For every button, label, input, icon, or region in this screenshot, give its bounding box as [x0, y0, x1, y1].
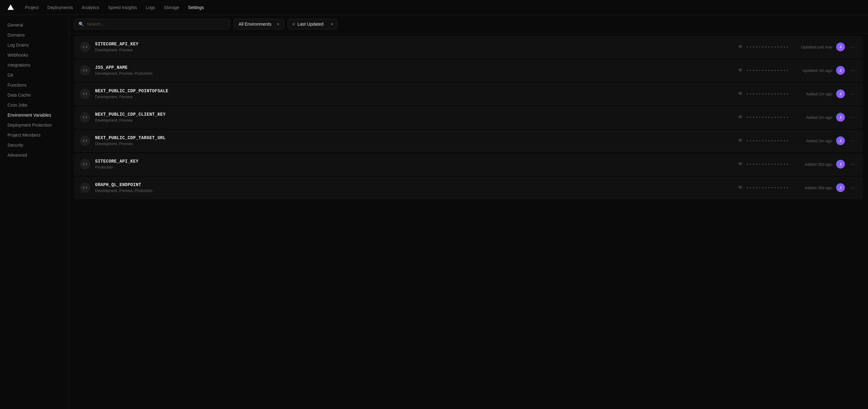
env-var-masked-value: ••••••••••••••: [746, 92, 789, 96]
sidebar-item-advanced[interactable]: Advanced: [0, 150, 68, 160]
more-options-icon[interactable]: ⋯: [848, 183, 857, 192]
code-icon: [80, 183, 90, 193]
search-input[interactable]: [87, 22, 225, 27]
env-var-tags: Development, Preview: [95, 141, 733, 146]
nav-deployments[interactable]: Deployments: [44, 3, 77, 12]
more-options-icon[interactable]: ⋯: [848, 89, 857, 98]
avatar: J: [836, 66, 845, 75]
sidebar-item-environment-variables[interactable]: Environment Variables: [0, 110, 68, 120]
search-box[interactable]: 🔍: [74, 19, 230, 29]
env-var-tags: Development, Preview, Production: [95, 189, 733, 193]
code-icon: [80, 112, 90, 122]
avatar: J: [836, 183, 845, 192]
more-options-icon[interactable]: ⋯: [848, 42, 857, 52]
env-info: JSS_APP_NAME Development, Preview, Produ…: [95, 65, 733, 76]
visibility-toggle-icon[interactable]: 👁: [738, 115, 743, 120]
code-icon: [80, 89, 90, 99]
sidebar-item-functions[interactable]: Functions: [0, 80, 68, 90]
env-var-masked-value: ••••••••••••••: [746, 138, 789, 143]
env-var-tags: Development, Preview: [95, 95, 733, 99]
env-var-value: 👁 ••••••••••••••: [738, 67, 789, 73]
avatar: J: [836, 89, 845, 98]
env-var-name: NEXT_PUBLIC_CDP_CLIENT_KEY: [95, 112, 733, 117]
env-var-tags: Development, Preview: [95, 48, 733, 52]
env-var-meta: Added 35d ago J ⋯: [794, 159, 857, 169]
env-var-meta: Added 2m ago J ⋯: [794, 113, 857, 122]
visibility-toggle-icon[interactable]: 👁: [738, 138, 743, 144]
env-var-timestamp: Updated 1m ago: [802, 68, 832, 73]
env-var-timestamp: Added 2m ago: [806, 115, 832, 120]
sidebar-item-log-drains[interactable]: Log Drains: [0, 40, 68, 50]
table-row: GRAPH_QL_ENDPOINT Development, Preview, …: [74, 177, 863, 199]
nav-analytics[interactable]: Analytics: [78, 3, 103, 12]
more-options-icon[interactable]: ⋯: [848, 66, 857, 75]
env-var-meta: Updated 1m ago J ⋯: [794, 66, 857, 75]
env-var-name: NEXT_PUBLIC_CDP_TARGET_URL: [95, 135, 733, 140]
sidebar-item-security[interactable]: Security: [0, 140, 68, 150]
more-options-icon[interactable]: ⋯: [848, 136, 857, 146]
env-var-masked-value: ••••••••••••••: [746, 45, 789, 50]
more-options-icon[interactable]: ⋯: [848, 113, 857, 122]
nav-speed-insights[interactable]: Speed Insights: [104, 3, 141, 12]
top-navigation: Project Deployments Analytics Speed Insi…: [0, 0, 868, 15]
env-var-timestamp: Added 35d ago: [805, 162, 832, 167]
env-var-masked-value: ••••••••••••••: [746, 68, 789, 73]
search-icon: 🔍: [79, 22, 84, 27]
code-icon: [80, 42, 90, 52]
filter-label: All Environments: [239, 22, 271, 27]
env-var-value: 👁 ••••••••••••••: [738, 161, 789, 167]
env-var-timestamp: Added 1m ago: [806, 92, 832, 96]
sidebar-item-project-members[interactable]: Project Members: [0, 130, 68, 140]
env-var-name: GRAPH_QL_ENDPOINT: [95, 182, 733, 187]
visibility-toggle-icon[interactable]: 👁: [738, 67, 743, 73]
sidebar-item-webhooks[interactable]: Webhooks: [0, 50, 68, 60]
visibility-toggle-icon[interactable]: 👁: [738, 185, 743, 190]
env-var-masked-value: ••••••••••••••: [746, 185, 789, 190]
env-info: NEXT_PUBLIC_CDP_TARGET_URL Development, …: [95, 135, 733, 146]
sort-select[interactable]: ≡ Last Updated ▾: [288, 19, 338, 29]
env-info: SITECORE_API_KEY Development, Preview: [95, 41, 733, 52]
nav-logs[interactable]: Logs: [142, 3, 159, 12]
avatar: J: [836, 42, 845, 51]
env-var-meta: Added 35d ago J ⋯: [794, 183, 857, 192]
sidebar-item-domains[interactable]: Domains: [0, 30, 68, 40]
env-var-value: 👁 ••••••••••••••: [738, 115, 789, 120]
env-var-timestamp: Added 2m ago: [806, 138, 832, 143]
sidebar: General Domains Log Drains Webhooks Inte…: [0, 15, 69, 409]
table-row: NEXT_PUBLIC_CDP_CLIENT_KEY Development, …: [74, 106, 863, 128]
env-var-masked-value: ••••••••••••••: [746, 115, 789, 120]
code-icon: [80, 159, 90, 169]
env-var-timestamp: Added 35d ago: [805, 185, 832, 190]
sort-icon: ≡: [292, 22, 295, 27]
visibility-toggle-icon[interactable]: 👁: [738, 44, 743, 50]
sidebar-item-general[interactable]: General: [0, 20, 68, 30]
sidebar-item-cron-jobs[interactable]: Cron Jobs: [0, 100, 68, 110]
visibility-toggle-icon[interactable]: 👁: [738, 161, 743, 167]
nav-storage[interactable]: Storage: [160, 3, 183, 12]
env-var-tags: Development, Preview, Production: [95, 71, 733, 76]
env-var-meta: Added 1m ago J ⋯: [794, 89, 857, 98]
avatar: J: [836, 113, 845, 122]
env-info: NEXT_PUBLIC_CDP_POINTOFSALE Development,…: [95, 89, 733, 99]
nav-settings[interactable]: Settings: [184, 3, 208, 12]
chevron-down-icon: ▾: [331, 22, 333, 27]
chevron-down-icon: ▾: [277, 22, 279, 27]
env-toolbar: 🔍 All Environments ▾ ≡ Last Updated ▾: [69, 15, 868, 33]
env-var-masked-value: ••••••••••••••: [746, 162, 789, 167]
table-row: SITECORE_API_KEY Production 👁 ••••••••••…: [74, 153, 863, 176]
sidebar-item-data-cache[interactable]: Data Cache: [0, 90, 68, 100]
avatar: J: [836, 160, 845, 168]
env-var-name: JSS_APP_NAME: [95, 65, 733, 70]
environment-filter[interactable]: All Environments ▾: [234, 19, 284, 29]
env-var-tags: Development, Preview: [95, 118, 733, 123]
sidebar-item-integrations[interactable]: Integrations: [0, 60, 68, 70]
env-info: SITECORE_API_KEY Production: [95, 159, 733, 169]
sidebar-item-git[interactable]: Git: [0, 70, 68, 80]
env-info: GRAPH_QL_ENDPOINT Development, Preview, …: [95, 182, 733, 193]
nav-project[interactable]: Project: [21, 3, 42, 12]
table-row: SITECORE_API_KEY Development, Preview 👁 …: [74, 36, 863, 58]
visibility-toggle-icon[interactable]: 👁: [738, 91, 743, 97]
sidebar-item-deployment-protection[interactable]: Deployment Protection: [0, 120, 68, 130]
table-row: NEXT_PUBLIC_CDP_TARGET_URL Development, …: [74, 130, 863, 152]
more-options-icon[interactable]: ⋯: [848, 159, 857, 169]
